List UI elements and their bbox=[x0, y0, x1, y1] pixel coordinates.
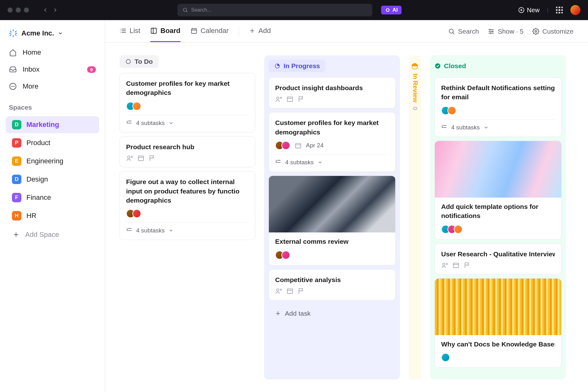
svg-rect-9 bbox=[10, 34, 12, 36]
inbox-badge: 9 bbox=[87, 66, 96, 73]
minimize-window[interactable] bbox=[16, 8, 21, 13]
show-columns-button[interactable]: Show · 5 bbox=[488, 28, 524, 35]
task-card[interactable]: External comms review bbox=[269, 176, 396, 265]
inbox-icon bbox=[9, 65, 17, 74]
assignee-icon[interactable] bbox=[275, 95, 282, 102]
forward-button[interactable] bbox=[52, 6, 59, 14]
column-header-inprogress[interactable]: In Progress bbox=[269, 60, 326, 72]
svg-rect-3 bbox=[13, 29, 14, 31]
assignee-avatars[interactable] bbox=[275, 251, 290, 259]
new-button[interactable]: New bbox=[518, 7, 540, 14]
back-button[interactable] bbox=[42, 6, 49, 14]
svg-rect-31 bbox=[453, 263, 459, 268]
nav-more[interactable]: More bbox=[0, 78, 105, 95]
subtasks-icon bbox=[126, 227, 132, 234]
space-label: Finance bbox=[26, 193, 51, 202]
user-avatar[interactable] bbox=[570, 5, 580, 15]
board-icon bbox=[150, 27, 157, 34]
sidebar-space-marketing[interactable]: DMarketing bbox=[6, 116, 99, 133]
main-content: List Board Calendar Add Search bbox=[105, 20, 588, 392]
task-card[interactable]: Customer profiles for key market demogra… bbox=[119, 73, 255, 133]
assignee-avatars[interactable] bbox=[275, 141, 290, 150]
apps-icon[interactable] bbox=[556, 7, 563, 14]
maximize-window[interactable] bbox=[24, 8, 29, 13]
svg-rect-4 bbox=[13, 35, 14, 37]
task-card[interactable]: Competitive analysis bbox=[269, 269, 396, 300]
date-icon[interactable] bbox=[286, 95, 293, 102]
flag-icon[interactable] bbox=[149, 155, 156, 161]
search-button[interactable]: Search bbox=[448, 28, 479, 35]
chevron-down-icon bbox=[318, 160, 323, 165]
search-icon bbox=[448, 28, 455, 35]
date-icon[interactable] bbox=[137, 155, 144, 161]
ai-button[interactable]: AI bbox=[381, 6, 402, 14]
divider bbox=[239, 27, 239, 36]
column-header-todo[interactable]: To Do bbox=[119, 55, 158, 68]
svg-rect-24 bbox=[287, 97, 293, 102]
date-icon[interactable] bbox=[452, 262, 459, 269]
space-badge: D bbox=[12, 120, 21, 129]
task-card[interactable]: User Research - Qualitative Interviews bbox=[435, 243, 562, 275]
customize-button[interactable]: Customize bbox=[532, 28, 574, 35]
view-tab-calendar[interactable]: Calendar bbox=[191, 20, 229, 42]
workspace-logo-icon bbox=[9, 29, 18, 38]
assignee-avatars[interactable] bbox=[441, 353, 450, 362]
nav-inbox[interactable]: Inbox 9 bbox=[0, 61, 105, 78]
svg-point-23 bbox=[277, 97, 279, 99]
assignee-icon[interactable] bbox=[275, 287, 282, 294]
subtasks-icon bbox=[441, 124, 447, 131]
nav-home[interactable]: Home bbox=[0, 44, 105, 61]
plus-icon bbox=[12, 231, 20, 239]
task-card[interactable]: Customer profiles for key market demogra… bbox=[269, 112, 396, 172]
sidebar-space-product[interactable]: PProduct bbox=[6, 134, 99, 151]
sidebar-space-engineering[interactable]: EEngineering bbox=[6, 153, 99, 170]
svg-rect-6 bbox=[15, 33, 17, 34]
add-task-button[interactable]: Add task bbox=[269, 304, 396, 323]
sidebar-space-design[interactable]: DDesign bbox=[6, 171, 99, 188]
task-card[interactable]: Rethink Default Notifications setting fo… bbox=[435, 77, 562, 137]
add-space-button[interactable]: Add Space bbox=[6, 227, 99, 242]
workspace-selector[interactable]: Acme Inc. bbox=[0, 25, 105, 44]
task-card[interactable]: Figure out a way to collect internal inp… bbox=[119, 171, 255, 240]
space-label: HR bbox=[26, 212, 36, 220]
sidebar: Acme Inc. Home Inbox 9 More Spaces DMark… bbox=[0, 20, 105, 392]
assignee-icon[interactable] bbox=[441, 262, 448, 269]
chevron-down-icon bbox=[169, 121, 174, 126]
window-traffic-lights[interactable] bbox=[8, 8, 29, 13]
subtasks-toggle[interactable]: 4 subtasks bbox=[275, 154, 389, 166]
task-card[interactable]: Why can't Docs be Knowledge Bases bbox=[435, 278, 562, 368]
titlebar: Search... AI New | bbox=[0, 0, 588, 20]
view-tab-board[interactable]: Board bbox=[150, 20, 180, 42]
search-icon bbox=[182, 7, 188, 13]
subtasks-toggle[interactable]: 4 subtasks bbox=[126, 222, 249, 234]
flag-icon[interactable] bbox=[298, 95, 305, 102]
subtasks-toggle[interactable]: 4 subtasks bbox=[441, 119, 555, 131]
svg-point-26 bbox=[277, 289, 279, 291]
global-search[interactable]: Search... bbox=[177, 4, 372, 16]
flag-icon[interactable] bbox=[298, 287, 305, 294]
sidebar-space-hr[interactable]: HHR bbox=[6, 207, 99, 224]
column-in-review-collapsed[interactable]: In Review 0 bbox=[409, 55, 421, 379]
add-view-button[interactable]: Add bbox=[249, 20, 271, 42]
date-icon[interactable] bbox=[295, 142, 302, 149]
view-tab-list[interactable]: List bbox=[119, 20, 140, 42]
close-window[interactable] bbox=[8, 8, 13, 13]
assignee-avatars[interactable] bbox=[126, 209, 141, 218]
subtasks-toggle[interactable]: 4 subtasks bbox=[126, 115, 249, 127]
sidebar-space-finance[interactable]: FFinance bbox=[6, 189, 99, 206]
plus-icon bbox=[275, 310, 281, 317]
assignee-avatars[interactable] bbox=[126, 102, 141, 111]
date-icon[interactable] bbox=[286, 287, 293, 294]
chevron-down-icon bbox=[169, 228, 174, 233]
column-header-closed[interactable]: Closed bbox=[435, 60, 472, 72]
subtasks-icon bbox=[126, 120, 132, 126]
task-card[interactable]: Product insight dashboards bbox=[269, 77, 396, 108]
assignee-icon[interactable] bbox=[126, 155, 133, 161]
subtasks-icon bbox=[275, 159, 281, 166]
assignee-avatars[interactable] bbox=[441, 106, 456, 115]
task-card[interactable]: Add quick template options for notificat… bbox=[435, 141, 562, 240]
svg-point-1 bbox=[386, 9, 389, 12]
task-card[interactable]: Product research hub bbox=[119, 136, 255, 167]
flag-icon[interactable] bbox=[464, 262, 471, 269]
assignee-avatars[interactable] bbox=[441, 225, 463, 234]
